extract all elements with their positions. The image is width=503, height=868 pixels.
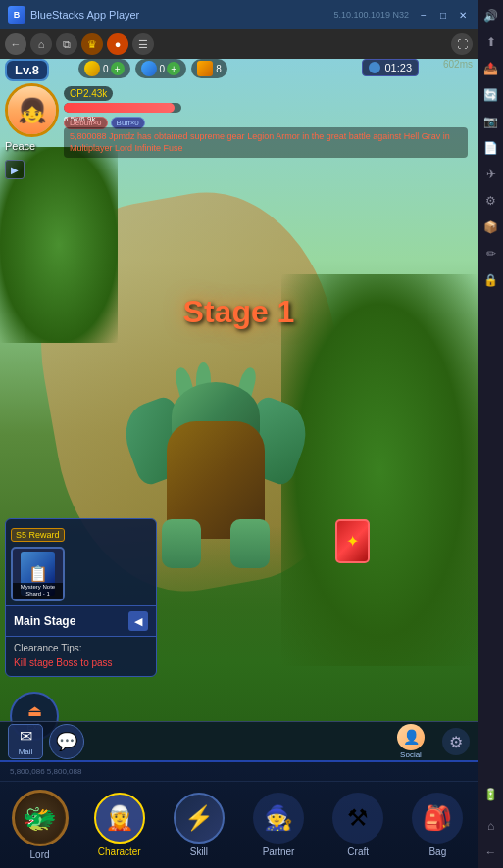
coin-icon [84,61,100,76]
monster-creature[interactable] [137,362,294,578]
main-stage-title: Main Stage [14,614,75,628]
cp-display: CP2.43k [64,86,113,101]
sidebar-refresh-icon[interactable]: 🔄 [480,84,502,106]
menu-button[interactable]: ☰ [132,33,154,55]
lord-creature-icon: 🐲 [16,794,65,843]
timer-value: 01:23 [384,62,412,73]
main-stage-header: Main Stage ◀ [6,606,156,637]
social-label: Social [400,750,422,759]
character-label: Character [98,846,141,857]
nav-item-lord[interactable]: 🐲 Lord [6,790,75,860]
expand-button[interactable]: ▶ [5,160,25,179]
sidebar-edit-icon[interactable]: ✏ [480,243,502,265]
sidebar-document-icon[interactable]: 📄 [480,137,502,159]
hp-text: 6.5k/6.9k [64,115,181,123]
reward-label: S5 Reward [11,528,65,542]
bottom-nav-status: 5,800,086 5,800,088 [0,762,478,782]
nav-item-partner[interactable]: 🧙 Partner [244,793,313,857]
clearance-tips-section: Clearance Tips: Kill stage Boss to pass [6,637,156,676]
skill-label: Skill [190,846,208,857]
mail-label: Mail [19,747,33,756]
exit-icon: ⏏ [27,701,42,720]
home-button[interactable]: ⌂ [30,33,52,55]
reward-item-name: Mystery Note Shard - 1 [13,583,63,599]
game-viewport: Stage 1 B BlueStacks App Player 5.10.100… [0,0,478,868]
sidebar-battery-icon[interactable]: 🔋 [480,784,502,805]
sidebar-volume-icon[interactable]: 🔊 [480,5,502,26]
tabs-button[interactable]: ⧉ [56,33,77,55]
vegetation-right [281,274,478,666]
maximize-button[interactable]: □ [436,8,450,22]
special-resource: 8 [191,59,227,78]
nav-item-skill[interactable]: ⚡ Skill [165,793,233,857]
browser-nav-bar: ← ⌂ ⧉ ♛ ● ☰ ⛶ [0,29,478,59]
hp-bar-container [64,103,181,113]
bluestacks-title-bar: B BlueStacks App Player 5.10.100.1019 N3… [0,0,478,29]
notification-bar: ✉ Mail 💬 👤 Social [0,721,478,760]
announcement-banner: 5,800088 Jpmdz has obtained supreme gear… [64,127,468,158]
sidebar-share-icon[interactable]: 📤 [480,58,502,79]
monster-leg-left [162,519,201,568]
nav-item-character[interactable]: 🧝 Character [85,793,154,857]
chat-button[interactable]: 💬 [49,724,84,759]
bag-icon: 🎒 [412,793,463,844]
bottom-navigation: 5,800,086 5,800,088 🐲 Lord 🧝 Character ⚡… [0,760,478,868]
back-button[interactable]: ← [5,33,26,55]
nav-item-craft[interactable]: ⚒ Craft [324,793,392,857]
clearance-title: Clearance Tips: [14,643,148,653]
app-version: 5.10.100.1019 N32 [333,10,409,20]
sidebar-layers-icon[interactable]: 📦 [480,217,502,238]
lord-label: Lord [30,849,50,860]
lord-icon: 🐲 [12,790,69,846]
player-avatar[interactable]: 👧 [5,83,59,137]
settings-button[interactable]: ⚙ [442,728,470,755]
social-button[interactable]: 👤 Social [393,724,428,759]
monster-leg-right [230,519,270,568]
add-coin-button[interactable]: + [111,62,125,75]
reward-item-box[interactable]: 📋 Mystery Note Shard - 1 [11,547,65,601]
close-button[interactable]: ✕ [456,8,470,22]
craft-label: Craft [347,846,369,857]
bag-label: Bag [428,846,446,857]
player-name: Peace [5,140,35,152]
mail-icon: ✉ [20,727,32,746]
sidebar-home-icon[interactable]: ⌂ [480,815,502,837]
player-stats: CP2.43k 6.5k/6.9k Debuff×0 Buff×0 [64,83,181,129]
stage-label: Stage 1 [183,294,295,330]
sidebar-settings-icon[interactable]: ⚙ [480,190,502,212]
stage-reward-panel: S5 Reward 📋 Mystery Note Shard - 1 Main … [5,518,157,677]
add-gem-button[interactable]: + [167,62,180,75]
coin-count: 0 [103,64,109,74]
hp-bar [64,103,175,113]
item-drop[interactable] [335,519,370,563]
nav-item-bag[interactable]: 🎒 Bag [403,793,472,857]
craft-icon: ⚒ [332,793,383,844]
gem-icon [141,61,157,76]
mail-button[interactable]: ✉ Mail [8,724,43,759]
stage-collapse-button[interactable]: ◀ [128,611,148,631]
settings-area: ⚙ [442,728,470,755]
fullscreen-button[interactable]: ⛶ [451,33,473,55]
reward-section: S5 Reward 📋 Mystery Note Shard - 1 [6,519,156,606]
social-avatar-icon: 👤 [397,724,425,750]
latency-display: 602ms [443,59,473,70]
level-badge: Lv.8 [5,59,49,81]
monster-body [137,362,294,578]
character-icon: 🧝 [94,793,145,844]
sidebar-back-icon[interactable]: ← [480,842,502,863]
skill-icon: ⚡ [174,793,225,844]
minimize-button[interactable]: − [417,8,430,22]
right-sidebar: 🔊 ⬆ 📤 🔄 📷 📄 ✈ ⚙ 📦 ✏ 🔒 🔋 ⌂ ← [478,0,503,868]
status-text: 5,800,086 5,800,088 [10,767,81,776]
coin-resource: 0 + [78,59,130,78]
sidebar-upload-icon[interactable]: ⬆ [480,31,502,53]
sidebar-lock-icon[interactable]: 🔒 [480,269,502,291]
timer-icon [369,62,380,73]
sidebar-airplane-icon[interactable]: ✈ [480,164,502,185]
crown-button[interactable]: ♛ [81,33,103,55]
sidebar-camera-icon[interactable]: 📷 [480,111,502,132]
circle-button[interactable]: ● [107,33,128,55]
timer-display: 01:23 [362,59,419,76]
avatar-image: 👧 [8,86,56,134]
bottom-nav-items: 🐲 Lord 🧝 Character ⚡ Skill 🧙 Partner [0,782,478,868]
